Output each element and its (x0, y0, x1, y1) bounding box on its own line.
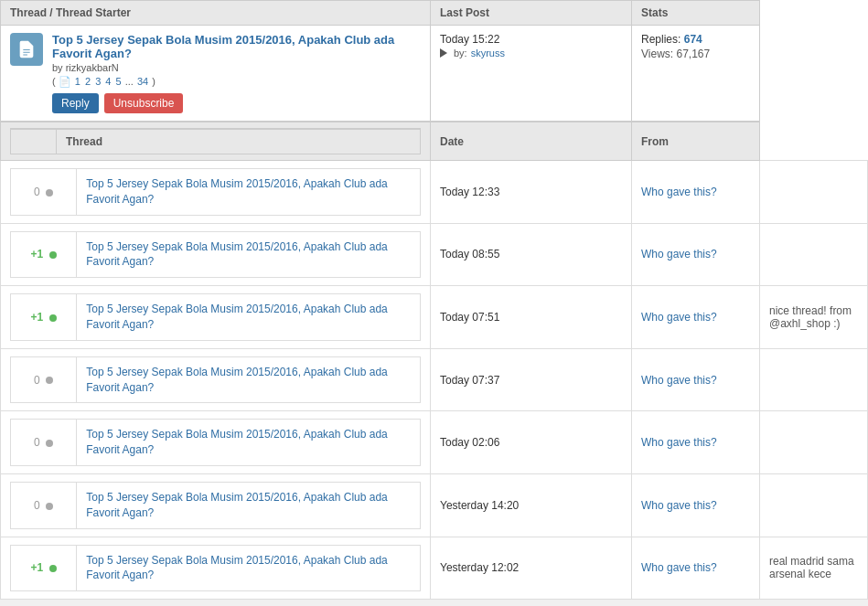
post-from-cell: Who gave this? (632, 223, 760, 286)
post-row: +1 Top 5 Jersey Sepak Bola Musim 2015/20… (1, 286, 868, 349)
sub-header-date: Date (431, 122, 632, 161)
unsubscribe-button[interactable]: Unsubscribe (104, 93, 184, 113)
play-icon (440, 48, 447, 58)
last-post-user-link[interactable]: skyruss (471, 48, 505, 58)
vote-value: 0 (34, 499, 40, 512)
page-link-2[interactable]: 2 (85, 76, 91, 87)
post-date-cell: Today 07:37 (431, 348, 632, 411)
main-table: Thread / Thread Starter Last Post Stats … (0, 0, 868, 600)
pages-prefix: ( (52, 76, 56, 87)
post-comment-cell (760, 411, 868, 474)
sub-header-from: From (632, 122, 760, 161)
post-date-cell: Today 02:06 (431, 411, 632, 474)
post-main-cell: 0 Top 5 Jersey Sepak Bola Musim 2015/201… (1, 473, 431, 537)
thread-info: Top 5 Jersey Sepak Bola Musim 2015/2016,… (52, 33, 421, 113)
post-title-link[interactable]: Top 5 Jersey Sepak Bola Musim 2015/2016,… (86, 240, 388, 269)
post-title-link[interactable]: Top 5 Jersey Sepak Bola Musim 2015/2016,… (86, 491, 388, 519)
sub-header-row: Thread Date From (1, 122, 868, 161)
last-post-time: Today 15:22 (440, 33, 622, 46)
vote-dot (46, 189, 53, 197)
vote-cell: 0 (11, 482, 77, 528)
post-title-cell: Top 5 Jersey Sepak Bola Musim 2015/2016,… (77, 356, 421, 403)
post-from-cell: Who gave this? (632, 286, 760, 349)
post-comment-cell (760, 473, 868, 537)
page-link-4[interactable]: 4 (105, 76, 111, 87)
document-icon (16, 39, 37, 59)
page-link-1[interactable]: 1 (75, 76, 80, 87)
page-ellipsis: ... (125, 76, 134, 87)
pages-suffix: ) (152, 76, 155, 87)
post-row: 0 Top 5 Jersey Sepak Bola Musim 2015/201… (1, 473, 868, 537)
post-title-cell: Top 5 Jersey Sepak Bola Musim 2015/2016,… (77, 420, 421, 466)
post-from-cell: Who gave this? (632, 537, 760, 600)
views-count: 67,167 (676, 48, 710, 60)
vote-dot (46, 503, 53, 510)
vote-value: +1 (31, 561, 44, 574)
stats-cell: Replies: 674 Views: 67,167 (632, 26, 760, 122)
thread-actions: Reply Unsubscribe (52, 93, 421, 113)
last-post-by-label: by: (454, 48, 467, 58)
post-from-link[interactable]: Who gave this? (641, 248, 717, 260)
post-from-link[interactable]: Who gave this? (641, 499, 717, 512)
thread-title-link[interactable]: Top 5 Jersey Sepak Bola Musim 2015/2016,… (52, 33, 394, 60)
post-title-cell: Top 5 Jersey Sepak Bola Musim 2015/2016,… (77, 231, 421, 278)
vote-cell: +1 (11, 545, 77, 591)
page-link-5[interactable]: 5 (116, 76, 122, 87)
post-date-cell: Today 07:51 (431, 286, 632, 349)
post-title-link[interactable]: Top 5 Jersey Sepak Bola Musim 2015/2016,… (86, 303, 388, 331)
vote-value: 0 (34, 186, 40, 198)
replies-label: Replies: (641, 33, 680, 46)
post-from-link[interactable]: Who gave this? (641, 561, 717, 574)
page-link-34[interactable]: 34 (137, 76, 148, 87)
vote-cell: 0 (11, 356, 77, 403)
post-from-cell: Who gave this? (632, 161, 760, 224)
thread-pages: ( 📄 1 2 3 4 5 ... 34 ) (52, 76, 421, 88)
sub-col-thread-header: Thread (57, 129, 421, 154)
avatar (10, 33, 43, 66)
post-from-link[interactable]: Who gave this? (641, 374, 717, 387)
post-row: 0 Top 5 Jersey Sepak Bola Musim 2015/201… (1, 411, 868, 474)
vote-value: 0 (34, 436, 40, 449)
vote-dot (46, 440, 53, 447)
post-from-cell: Who gave this? (632, 348, 760, 411)
post-main-cell: 0 Top 5 Jersey Sepak Bola Musim 2015/201… (1, 411, 431, 474)
post-title-link[interactable]: Top 5 Jersey Sepak Bola Musim 2015/2016,… (86, 554, 388, 582)
last-post-by: by: skyruss (440, 48, 622, 58)
post-main-cell: 0 Top 5 Jersey Sepak Bola Musim 2015/201… (1, 161, 431, 224)
vote-dot (46, 377, 53, 384)
vote-cell: +1 (11, 231, 77, 278)
post-title-link[interactable]: Top 5 Jersey Sepak Bola Musim 2015/2016,… (86, 177, 388, 206)
post-main-cell: +1 Top 5 Jersey Sepak Bola Musim 2015/20… (1, 537, 431, 600)
post-date-cell: Today 12:33 (431, 161, 632, 224)
post-comment-cell (760, 348, 868, 411)
views-label: Views: (641, 48, 673, 60)
thread-starter-row: Top 5 Jersey Sepak Bola Musim 2015/2016,… (1, 26, 868, 122)
post-title-cell: Top 5 Jersey Sepak Bola Musim 2015/2016,… (77, 545, 421, 591)
sub-header-thread: Thread (1, 122, 431, 161)
post-from-link[interactable]: Who gave this? (641, 186, 717, 198)
post-title-link[interactable]: Top 5 Jersey Sepak Bola Musim 2015/2016,… (86, 428, 388, 456)
header-thread-col: Thread / Thread Starter (1, 1, 431, 26)
vote-value: +1 (31, 311, 44, 324)
post-from-link[interactable]: Who gave this? (641, 436, 717, 449)
post-from-link[interactable]: Who gave this? (641, 311, 717, 324)
post-row: 0 Top 5 Jersey Sepak Bola Musim 2015/201… (1, 161, 868, 224)
stats-replies: Replies: 674 (641, 33, 750, 46)
post-comment-cell: real madrid sama arsenal kece (760, 537, 868, 600)
post-comment-cell (760, 161, 868, 224)
replies-count-link[interactable]: 674 (684, 33, 702, 46)
thread-author: by rizkyakbarN (52, 62, 421, 73)
post-row: +1 Top 5 Jersey Sepak Bola Musim 2015/20… (1, 537, 868, 600)
vote-dot (49, 251, 57, 259)
post-date-cell: Yesterday 14:20 (431, 473, 632, 537)
page-link-3[interactable]: 3 (95, 76, 101, 87)
sub-col-vote-header (11, 129, 57, 154)
stats-views: Views: 67,167 (641, 48, 750, 60)
main-header-row: Thread / Thread Starter Last Post Stats (1, 1, 868, 26)
post-comment-cell: nice thread! from @axhl_shop :) (760, 286, 868, 349)
reply-button[interactable]: Reply (52, 93, 99, 113)
vote-dot (49, 565, 57, 572)
post-title-link[interactable]: Top 5 Jersey Sepak Bola Musim 2015/2016,… (86, 366, 388, 394)
vote-dot (49, 314, 57, 322)
last-post-cell: Today 15:22 by: skyruss (431, 26, 632, 122)
